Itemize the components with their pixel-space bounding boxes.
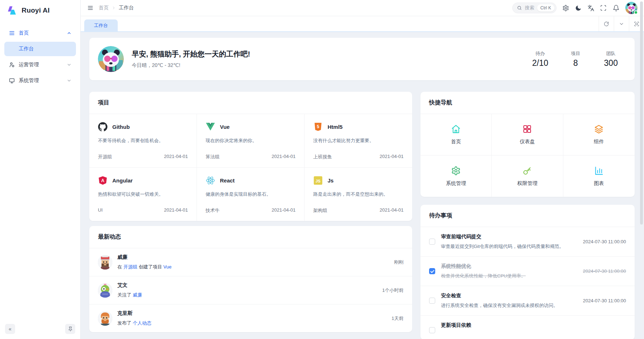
sidebar-item-operations[interactable]: 运营管理 xyxy=(4,58,76,72)
todo-desc: 进行系统安全检查，确保没有安全漏洞或未授权的访问。 xyxy=(441,302,577,309)
quick-nav-permissions[interactable]: 权限管理 xyxy=(492,155,563,197)
project-name: Vue xyxy=(220,124,230,130)
todo-card-title: 待办事项 xyxy=(420,205,635,227)
project-desc: 不要等待机会，而要创造机会。 xyxy=(98,137,188,144)
todo-checkbox[interactable] xyxy=(429,327,435,333)
project-date: 2021-04-01 xyxy=(272,154,296,160)
app-logo: Ruoyi AI xyxy=(0,0,80,21)
welcome-avatar xyxy=(98,46,124,72)
notifications-button[interactable] xyxy=(613,5,620,12)
sidebar-pin-button[interactable] xyxy=(65,324,75,334)
header-actions: 搜索 Ctrl K xyxy=(512,2,638,14)
scrollbar-thumb[interactable] xyxy=(640,1,643,225)
user-gear-icon xyxy=(9,62,15,68)
quick-nav-dashboard[interactable]: 仪表盘 xyxy=(492,114,563,155)
sidebar-item-label: 系统管理 xyxy=(19,77,63,84)
search-input[interactable]: 搜索 Ctrl K xyxy=(512,3,557,13)
top-header: 首页 工作台 搜索 Ctrl K xyxy=(81,0,644,16)
svg-text:5: 5 xyxy=(317,124,319,129)
quick-nav-home[interactable]: 首页 xyxy=(420,114,492,155)
dark-mode-button[interactable] xyxy=(575,5,582,12)
activity-time: 1个小时前 xyxy=(382,287,404,294)
project-card-angular[interactable]: A Angular 热情和欲望可以突破一切难关。 UI 2021-04-01 xyxy=(89,168,197,221)
stat-value: 8 xyxy=(568,58,584,68)
fullscreen-button[interactable] xyxy=(600,5,607,12)
breadcrumb-home[interactable]: 首页 xyxy=(99,5,109,11)
chevron-right-icon xyxy=(112,6,116,10)
activity-text: 关注了 威廉 xyxy=(117,292,377,298)
activity-text: 发布了 个人动态 xyxy=(117,320,387,326)
activity-link-group[interactable]: 开源组 xyxy=(123,264,138,270)
tab-menu-button[interactable] xyxy=(614,16,629,31)
sidebar-collapse-button[interactable]: « xyxy=(5,324,15,334)
activity-text-part: 创建了项目 xyxy=(138,264,163,270)
project-name: Html5 xyxy=(328,124,343,130)
project-card-react[interactable]: React 健康的身体是实现目标的基石。 技术牛 2021-04-01 xyxy=(197,168,305,221)
todo-checkbox-checked[interactable] xyxy=(429,268,435,274)
user-avatar[interactable] xyxy=(625,2,638,14)
chevron-down-icon xyxy=(67,62,72,67)
todo-date: 2024-07-30 11:00:00 xyxy=(583,298,626,303)
tab-workbench[interactable]: 工作台 xyxy=(84,19,118,31)
project-desc: 热情和欲望可以突破一切难关。 xyxy=(98,191,188,198)
project-card-vue[interactable]: Vue 现在的你决定将来的你。 算法组 2021-04-01 xyxy=(197,114,305,168)
todo-title: 更新项目依赖 xyxy=(441,322,620,329)
sidebar-item-label: 工作台 xyxy=(19,46,34,52)
panda-avatar-image xyxy=(98,46,124,72)
sidebar-menu: 首页 工作台 运营管理 xyxy=(0,21,80,319)
project-card-js[interactable]: JS Js 路是走出来的，而不是空想出来的。 架构组 2021-04-01 xyxy=(305,168,412,221)
gear-icon xyxy=(451,166,461,176)
sidebar-toggle-icon[interactable] xyxy=(87,5,94,11)
moon-icon xyxy=(575,5,582,12)
project-group: 算法组 xyxy=(206,154,220,160)
refresh-button[interactable] xyxy=(599,16,614,31)
project-date: 2021-04-01 xyxy=(380,207,404,214)
gear-icon xyxy=(562,5,569,12)
tab-bar: 工作台 xyxy=(81,16,644,32)
quick-nav-label: 首页 xyxy=(451,139,461,145)
welcome-subtitle: 今日晴，20℃ - 32℃! xyxy=(132,62,250,69)
sidebar-item-home[interactable]: 首页 xyxy=(4,26,76,40)
project-desc: 现在的你决定将来的你。 xyxy=(206,137,296,144)
quick-nav-label: 仪表盘 xyxy=(520,139,535,145)
sidebar-item-workbench[interactable]: 工作台 xyxy=(4,42,76,56)
activity-link-project[interactable]: Vue xyxy=(163,264,172,270)
todo-checkbox[interactable] xyxy=(429,298,435,304)
menu-lines-icon xyxy=(9,30,15,36)
todo-desc: 审查最近提交到Git仓库的前端代码，确保代码质量和规范。 xyxy=(441,243,577,250)
quick-nav-components[interactable]: 组件 xyxy=(563,114,635,155)
quick-nav-system[interactable]: 系统管理 xyxy=(420,155,492,197)
monitor-icon xyxy=(9,77,15,84)
translate-icon xyxy=(587,5,594,12)
project-desc: 健康的身体是实现目标的基石。 xyxy=(206,191,296,198)
project-date: 2021-04-01 xyxy=(164,207,188,213)
quick-nav-card: 快捷导航 首页 xyxy=(420,92,635,197)
project-name: Angular xyxy=(112,177,133,184)
todo-title: 系统性能优化 xyxy=(441,263,577,270)
activity-time: 1天前 xyxy=(392,315,404,322)
project-date: 2021-04-01 xyxy=(272,207,296,214)
todo-row: 更新项目依赖 xyxy=(420,315,635,339)
sidebar-item-system[interactable]: 系统管理 xyxy=(4,73,76,88)
github-icon xyxy=(98,122,108,132)
online-status-dot xyxy=(634,10,638,14)
activity-link-user[interactable]: 威廉 xyxy=(133,292,142,298)
project-group: 上班摸鱼 xyxy=(313,154,332,160)
project-card-html5[interactable]: 5 Html5 没有什么才能比努力更重要。 上班摸鱼 2021-04-01 xyxy=(305,114,412,168)
react-icon xyxy=(206,176,215,185)
key-icon xyxy=(522,166,532,176)
settings-button[interactable] xyxy=(562,5,569,12)
language-button[interactable] xyxy=(587,5,594,12)
project-group: 架构组 xyxy=(313,207,327,214)
sidebar-footer: « xyxy=(0,319,80,339)
tab-actions xyxy=(599,16,644,31)
breadcrumb-current: 工作台 xyxy=(119,5,134,11)
todo-checkbox[interactable] xyxy=(429,239,435,245)
project-card-github[interactable]: Github 不要等待机会，而要创造机会。 开源组 2021-04-01 xyxy=(89,114,197,168)
chevron-down-icon xyxy=(619,21,624,27)
stat-value: 300 xyxy=(603,58,619,68)
stat-team: 团队 300 xyxy=(603,50,619,68)
angular-icon: A xyxy=(98,176,108,185)
quick-nav-charts[interactable]: 图表 xyxy=(563,155,635,197)
activity-link-feed[interactable]: 个人动态 xyxy=(133,320,152,326)
